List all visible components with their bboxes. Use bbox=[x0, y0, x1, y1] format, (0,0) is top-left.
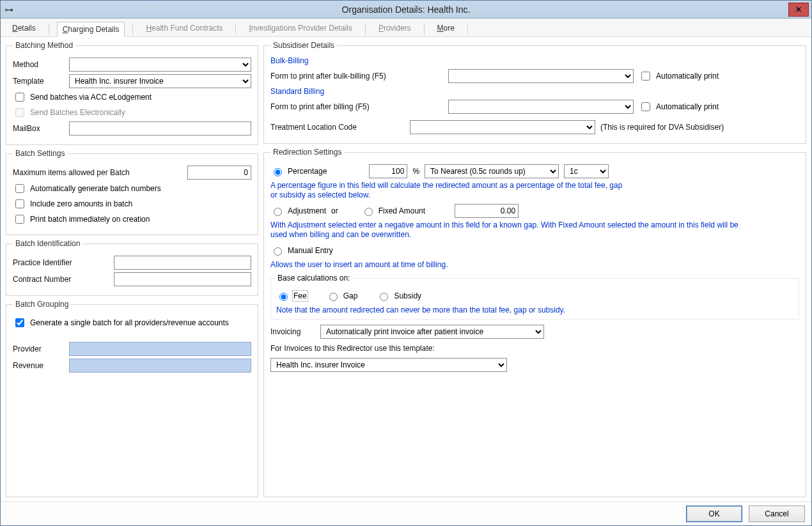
rounding-step-select[interactable]: 1c bbox=[564, 164, 609, 178]
method-label: Method bbox=[13, 60, 64, 69]
print-batch-checkbox[interactable] bbox=[15, 215, 24, 224]
base-calculations-group: Base calculations on: Fee Gap Subsidy No… bbox=[270, 274, 799, 320]
base-calculations-legend: Base calculations on: bbox=[276, 274, 351, 282]
percentage-note: A percentage figure in this field will c… bbox=[270, 181, 629, 200]
base-subsidy-label: Subsidy bbox=[394, 291, 421, 300]
subsidiser-legend: Subsidiser Details bbox=[270, 41, 337, 50]
base-note: Note that the amount redirected can neve… bbox=[276, 306, 793, 315]
single-batch-checkbox[interactable] bbox=[15, 318, 24, 327]
bulk-auto-print-checkbox[interactable] bbox=[641, 72, 650, 81]
tab-separator bbox=[235, 24, 236, 35]
redirector-template-select[interactable]: Health Inc. insurer Invoice bbox=[270, 358, 507, 372]
mailbox-label: MailBox bbox=[13, 124, 64, 133]
cancel-button[interactable]: Cancel bbox=[749, 506, 805, 522]
percentage-input[interactable] bbox=[369, 164, 407, 178]
std-auto-print-checkbox[interactable] bbox=[641, 102, 650, 111]
tlc-note: (This is required for DVA Subsidiser) bbox=[600, 123, 724, 132]
include-zero-checkbox[interactable] bbox=[15, 199, 24, 208]
fixed-amount-label: Fixed Amount bbox=[379, 206, 425, 215]
include-zero-label: Include zero amounts in batch bbox=[30, 199, 132, 208]
organisation-details-window: ⊶ Organisation Details: Health Inc. ✕ De… bbox=[0, 0, 812, 526]
bulk-form-select[interactable] bbox=[448, 69, 634, 83]
auto-batch-numbers-label: Automatically generate batch numbers bbox=[30, 184, 161, 193]
fixed-amount-radio[interactable] bbox=[364, 208, 373, 216]
contract-number-input[interactable] bbox=[114, 272, 251, 286]
base-gap-label: Gap bbox=[343, 291, 358, 300]
batch-identification-group: Batch Identification Practice Identifier… bbox=[6, 239, 258, 296]
redirection-legend: Redirection Settings bbox=[270, 148, 344, 157]
system-menu-icon[interactable]: ⊶ bbox=[4, 4, 13, 15]
percentage-radio[interactable] bbox=[274, 168, 282, 176]
batch-settings-legend: Batch Settings bbox=[13, 149, 67, 158]
revenue-field[interactable] bbox=[69, 359, 251, 373]
tab-more[interactable]: More bbox=[432, 21, 460, 36]
max-items-label: Maximum items allowed per Batch bbox=[13, 168, 182, 177]
tabs: Details Charging Details Health Fund Con… bbox=[1, 19, 811, 37]
contract-number-label: Contract Number bbox=[13, 275, 109, 284]
percent-unit: % bbox=[412, 167, 419, 176]
tab-charging-details[interactable]: Charging Details bbox=[57, 22, 125, 37]
redirector-template-label: For Invoices to this Redirector use this… bbox=[270, 344, 435, 353]
manual-entry-radio[interactable] bbox=[274, 247, 282, 256]
invoicing-label: Invoicing bbox=[270, 327, 315, 336]
manual-entry-label: Manual Entry bbox=[288, 246, 333, 255]
practice-id-label: Practice Identifier bbox=[13, 258, 109, 267]
adjustment-radio[interactable] bbox=[274, 208, 282, 216]
practice-id-input[interactable] bbox=[114, 256, 251, 270]
std-auto-print-label: Automatically print bbox=[656, 102, 719, 111]
tab-providers[interactable]: Providers bbox=[373, 21, 416, 36]
template-label: Template bbox=[13, 77, 64, 86]
manual-note: Allows the user to insert an amount at t… bbox=[270, 260, 799, 270]
provider-field[interactable] bbox=[69, 342, 251, 356]
rounding-mode-select[interactable]: To Nearest (0.5c rounds up) bbox=[425, 164, 559, 178]
batching-method-legend: Batching Method bbox=[13, 41, 75, 50]
tab-details[interactable]: Details bbox=[7, 21, 41, 36]
tlc-label: Treatment Location Code bbox=[270, 123, 405, 132]
base-gap-radio[interactable] bbox=[329, 293, 338, 301]
bulk-form-label: Form to print after bulk-billing (F5) bbox=[270, 72, 443, 81]
tab-investigations-provider[interactable]: Investigations Provider Details bbox=[244, 21, 357, 36]
send-acc-checkbox[interactable] bbox=[15, 93, 24, 102]
max-items-input[interactable] bbox=[187, 166, 251, 180]
batch-identification-legend: Batch Identification bbox=[13, 239, 82, 248]
tab-separator bbox=[132, 24, 133, 35]
mailbox-input[interactable] bbox=[69, 121, 251, 135]
batching-method-group: Batching Method Method Template Health I… bbox=[6, 41, 258, 145]
send-electronically-checkbox bbox=[15, 108, 24, 117]
send-electronically-label: Send Batches Electronically bbox=[30, 108, 125, 117]
base-fee-radio[interactable] bbox=[279, 293, 288, 301]
footer: OK Cancel bbox=[1, 501, 811, 525]
tlc-select[interactable] bbox=[410, 120, 595, 134]
invoicing-select[interactable]: Automatically print invoice after patien… bbox=[320, 325, 544, 339]
base-subsidy-radio[interactable] bbox=[380, 293, 388, 301]
titlebar: ⊶ Organisation Details: Health Inc. ✕ bbox=[1, 1, 811, 19]
batch-settings-group: Batch Settings Maximum items allowed per… bbox=[6, 149, 258, 235]
method-select[interactable] bbox=[69, 58, 251, 72]
adjustment-note: With Adjustment selected enter a negativ… bbox=[270, 220, 756, 240]
send-acc-label: Send batches via ACC eLodgement bbox=[30, 93, 152, 102]
redirection-settings-group: Redirection Settings Percentage % To Nea… bbox=[263, 148, 806, 497]
subsidiser-details-group: Subsidiser Details Bulk-Billing Form to … bbox=[263, 41, 806, 144]
standard-billing-header: Standard Billing bbox=[270, 87, 799, 96]
print-batch-label: Print batch immediately on creation bbox=[30, 215, 150, 224]
percentage-label: Percentage bbox=[288, 167, 327, 176]
single-batch-label: Generate a single batch for all provider… bbox=[30, 318, 229, 327]
provider-label: Provider bbox=[13, 344, 64, 353]
tab-health-fund-contracts[interactable]: Health Fund Contracts bbox=[141, 21, 228, 36]
ok-button[interactable]: OK bbox=[686, 506, 742, 522]
base-fee-label: Fee bbox=[293, 291, 307, 300]
amount-input[interactable] bbox=[455, 204, 519, 218]
tab-separator bbox=[424, 24, 425, 35]
adjustment-label: Adjustment bbox=[288, 206, 326, 215]
content-area: Batching Method Method Template Health I… bbox=[1, 37, 811, 501]
bulk-auto-print-label: Automatically print bbox=[656, 72, 719, 81]
std-form-label: Form to print after billing (F5) bbox=[270, 102, 443, 111]
or-text: or bbox=[331, 206, 338, 215]
tab-separator bbox=[365, 24, 366, 35]
close-button[interactable]: ✕ bbox=[788, 3, 809, 17]
std-form-select[interactable] bbox=[448, 100, 634, 114]
auto-batch-numbers-checkbox[interactable] bbox=[15, 184, 24, 193]
template-select[interactable]: Health Inc. insurer Invoice bbox=[69, 74, 251, 88]
window-title: Organisation Details: Health Inc. bbox=[1, 4, 811, 15]
tab-separator bbox=[467, 24, 468, 35]
